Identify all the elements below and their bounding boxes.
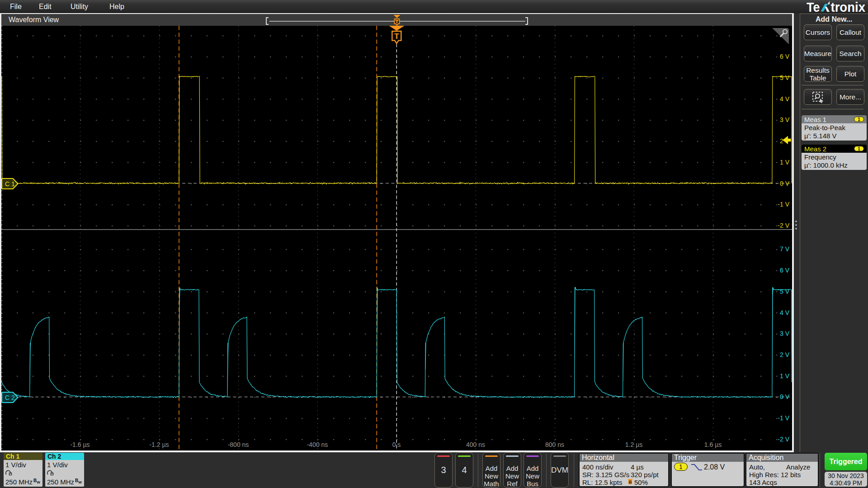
svg-text:4 V: 4 V xyxy=(780,95,790,103)
svg-text:0 s: 0 s xyxy=(392,441,401,448)
svg-text:Te: Te xyxy=(807,0,820,14)
svg-text:-1.6 µs: -1.6 µs xyxy=(70,441,90,448)
svg-text:T: T xyxy=(394,32,399,41)
svg-text:-1 V: -1 V xyxy=(778,414,789,422)
svg-text:3 V: 3 V xyxy=(780,330,790,337)
svg-text:5 V: 5 V xyxy=(780,288,790,295)
svg-text:C 2: C 2 xyxy=(5,394,15,401)
svg-text:0 V: 0 V xyxy=(780,180,790,187)
svg-text:-1.2 µs: -1.2 µs xyxy=(149,441,169,448)
svg-text:2 V: 2 V xyxy=(780,351,790,358)
svg-text:-800 ns: -800 ns xyxy=(228,441,249,448)
svg-text:-2 V: -2 V xyxy=(778,436,789,443)
svg-text:tronix: tronix xyxy=(830,0,865,14)
svg-text:0 V: 0 V xyxy=(780,393,790,400)
svg-text:1 V: 1 V xyxy=(780,372,790,380)
svg-text:6 V: 6 V xyxy=(780,267,790,274)
svg-text:3 V: 3 V xyxy=(780,116,790,123)
svg-text:400 ns: 400 ns xyxy=(466,441,485,448)
svg-text:1 V: 1 V xyxy=(780,159,790,166)
svg-text:1.6 µs: 1.6 µs xyxy=(704,441,722,448)
svg-text:4 V: 4 V xyxy=(780,309,790,316)
svg-text:800 ns: 800 ns xyxy=(545,441,564,448)
svg-text:7 V: 7 V xyxy=(780,245,790,253)
svg-text:C 1: C 1 xyxy=(5,180,15,188)
svg-text:5 V: 5 V xyxy=(780,74,790,81)
svg-text:-400 ns: -400 ns xyxy=(307,441,328,448)
svg-text:6 V: 6 V xyxy=(780,53,790,60)
svg-text:T: T xyxy=(629,480,632,484)
svg-text:-1 V: -1 V xyxy=(778,201,789,208)
svg-text:-2 V: -2 V xyxy=(778,222,789,229)
svg-text:1.2 µs: 1.2 µs xyxy=(625,441,642,448)
